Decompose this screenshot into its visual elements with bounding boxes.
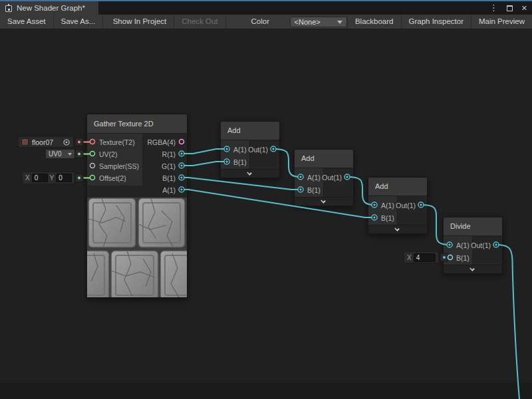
port-label-a: A(1) [142, 184, 187, 196]
port-label-texture: Texture(T2) [87, 136, 142, 148]
shader-graph-window: New Shader Graph* ⋮ ✕ Save Asset Save As… [0, 0, 532, 399]
offset-y-input[interactable]: 0 [56, 174, 72, 182]
divide-b-default-field[interactable]: X 4 [404, 251, 439, 263]
gather-output-column: RGBA(4) R(1) G(1) B(1) A(1) [142, 134, 187, 196]
uv-channel-dropdown[interactable]: UV0 [45, 149, 75, 159]
object-picker-icon[interactable] [63, 138, 70, 146]
port-label-r: R(1) [142, 148, 187, 160]
port-label-out: Out(1) [396, 200, 416, 212]
node-gather-texture-2d[interactable]: Gather Texture 2D Texture(T2) UV(2) Samp… [86, 114, 188, 298]
add2-input-column: A(1) B(1) [295, 168, 324, 197]
add1-port-area: A(1) B(1) Out(1) [221, 140, 279, 169]
divide-b-input[interactable]: 4 [414, 253, 436, 262]
gather-input-column: Texture(T2) UV(2) Sampler(SS) Offset(2) [87, 134, 143, 186]
window-menu-icon[interactable]: ⋮ [489, 2, 498, 14]
close-icon[interactable]: ✕ [521, 2, 527, 14]
node-add-3[interactable]: Add A(1) B(1) Out(1) [368, 177, 428, 234]
chevron-down-icon [68, 153, 72, 156]
save-as-button[interactable]: Save As... [54, 15, 104, 29]
divide-input-column: A(1) B(1) [444, 236, 473, 265]
add2-port-area: A(1) B(1) Out(1) [295, 168, 353, 197]
node-add-2[interactable]: Add A(1) B(1) Out(1) [294, 149, 354, 206]
node-divide[interactable]: Divide A(1) B(1) Out(1) [443, 217, 503, 274]
port-label-b: B(1) [295, 184, 323, 197]
offset-y-label: Y [50, 174, 55, 182]
shader-graph-icon [5, 4, 13, 12]
show-in-project-button[interactable]: Show In Project [106, 15, 175, 29]
graph-inspector-toggle-button[interactable]: Graph Inspector [401, 15, 471, 29]
port-label-a: A(1) [295, 172, 323, 184]
texture-swatch [21, 138, 29, 146]
blackboard-toggle-button[interactable]: Blackboard [347, 15, 401, 29]
add3-input-column: A(1) B(1) [368, 196, 398, 225]
port-label-b: B(1) [221, 156, 249, 169]
texture-object-field[interactable]: floor07 [18, 136, 74, 148]
node-add-1[interactable]: Add A(1) B(1) Out(1) [220, 121, 280, 178]
port-label-rgba: RGBA(4) [142, 136, 187, 148]
chevron-down-icon [469, 266, 475, 271]
titlebar: New Shader Graph* ⋮ ✕ [0, 1, 532, 15]
gather-port-area: Texture(T2) UV(2) Sampler(SS) Offset(2) … [87, 134, 187, 198]
uv-channel-value: UV0 [49, 150, 68, 158]
node-title-bar[interactable]: Add [295, 150, 353, 168]
port-label-a: A(1) [368, 200, 397, 212]
tab-new-shader-graph[interactable]: New Shader Graph* [0, 1, 98, 15]
chevron-down-icon [321, 198, 326, 203]
port-label-uv: UV(2) [87, 148, 142, 160]
color-mode-label: Color Mode [246, 15, 290, 29]
chevron-down-icon [247, 170, 252, 176]
port-label-b: B(1) [444, 252, 472, 265]
port-label-b: B(1) [142, 172, 187, 184]
window-controls: ⋮ ✕ [489, 2, 527, 14]
graph-canvas[interactable] [0, 29, 532, 399]
port-label-g: G(1) [142, 160, 187, 172]
add3-port-area: A(1) B(1) Out(1) [368, 196, 427, 225]
chevron-down-icon [394, 226, 400, 231]
port-label-sampler: Sampler(SS) [87, 160, 142, 172]
node-title-bar[interactable]: Gather Texture 2D [87, 114, 187, 134]
toolbar-right-group: Blackboard Graph Inspector Main Preview [347, 15, 532, 29]
offset-x-label: X [25, 174, 30, 182]
maximize-icon[interactable] [507, 5, 513, 11]
port-label-out: Out(1) [248, 144, 268, 156]
save-asset-button[interactable]: Save Asset [0, 15, 54, 29]
divide-b-x-label: X [407, 254, 412, 261]
port-label-out: Out(1) [471, 239, 491, 252]
offset-vector2-field[interactable]: X 0 Y 0 [22, 172, 75, 184]
node-title-bar[interactable]: Add [221, 122, 279, 140]
divide-port-area: A(1) B(1) Out(1) [444, 236, 502, 265]
node-collapse-bar[interactable] [221, 169, 279, 178]
port-label-offset: Offset(2) [87, 172, 142, 184]
port-label-a: A(1) [444, 239, 472, 252]
canvas-bottom-band [0, 382, 532, 399]
node-title-bar[interactable]: Divide [444, 217, 502, 236]
chevron-down-icon [337, 21, 342, 24]
node-collapse-bar[interactable] [444, 265, 502, 273]
texture-preview [87, 198, 187, 297]
main-preview-toggle-button[interactable]: Main Preview [471, 15, 532, 29]
node-collapse-bar[interactable] [368, 225, 427, 233]
check-out-button: Check Out [174, 15, 225, 29]
port-label-b: B(1) [368, 212, 397, 225]
add1-input-column: A(1) B(1) [221, 140, 250, 169]
port-label-a: A(1) [221, 144, 249, 156]
toolbar: Save Asset Save As... Show In Project Ch… [0, 15, 532, 29]
texture-name: floor07 [32, 138, 63, 146]
offset-x-input[interactable]: 0 [32, 174, 48, 182]
node-title-bar[interactable]: Add [368, 178, 427, 196]
tab-title: New Shader Graph* [17, 4, 85, 12]
color-mode-dropdown[interactable]: <None> [290, 17, 347, 27]
port-label-out: Out(1) [322, 172, 342, 184]
node-collapse-bar[interactable] [295, 197, 353, 205]
color-mode-value: <None> [295, 18, 337, 26]
